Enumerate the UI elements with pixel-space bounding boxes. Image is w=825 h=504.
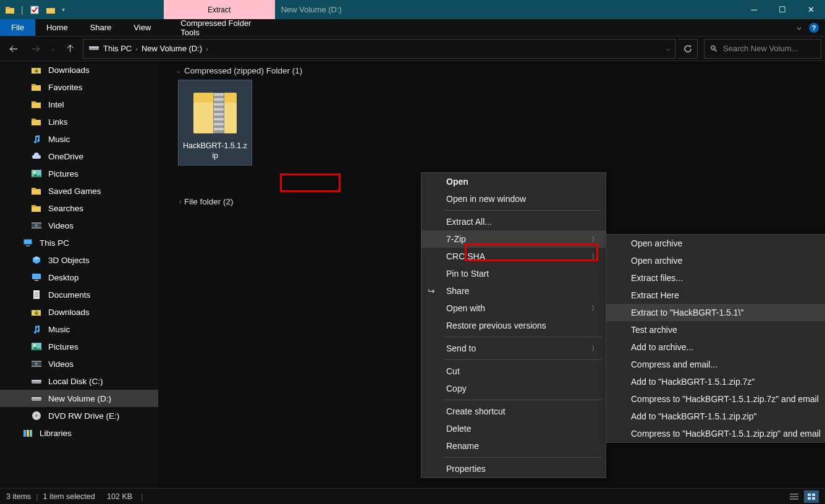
menu-item[interactable]: Restore previous versions bbox=[421, 317, 606, 334]
close-button[interactable]: ✕ bbox=[797, 0, 825, 19]
large-icons-view-button[interactable] bbox=[804, 490, 819, 503]
menu-item[interactable]: Copy bbox=[421, 380, 606, 397]
breadcrumb-current[interactable]: New Volume (D:) bbox=[142, 44, 202, 53]
menu-item[interactable]: 7-Zip〉 bbox=[421, 230, 606, 248]
sidebar-item[interactable]: Libraries bbox=[0, 424, 158, 442]
svg-rect-12 bbox=[32, 119, 36, 120]
menu-item[interactable]: Extract All... bbox=[421, 213, 606, 230]
menu-item-label: Rename bbox=[446, 441, 479, 451]
ribbon-expand-icon[interactable]: ⌵ bbox=[797, 23, 802, 32]
refresh-button[interactable] bbox=[678, 39, 698, 59]
explorer-icon bbox=[5, 5, 15, 15]
sidebar-item[interactable]: Downloads bbox=[0, 303, 158, 321]
menu-item[interactable]: Compress to "HackBGRT-1.5.1.zip.7z" and … bbox=[606, 390, 825, 408]
sidebar-item[interactable]: Music bbox=[0, 130, 158, 148]
content-area[interactable]: ⌵ Compressed (zipped) Folder (1) HackBGR… bbox=[158, 61, 825, 488]
new-folder-icon[interactable] bbox=[46, 5, 56, 15]
status-bar: 3 items | 1 item selected 102 KB | bbox=[0, 488, 825, 504]
sidebar-item-label: Saved Games bbox=[48, 187, 101, 196]
details-view-button[interactable] bbox=[787, 490, 802, 503]
sidebar-item[interactable]: Music bbox=[0, 321, 158, 338]
sidebar-item[interactable]: Videos bbox=[0, 217, 158, 234]
pc-icon bbox=[22, 237, 33, 248]
sidebar-item[interactable]: OneDrive bbox=[0, 148, 158, 165]
menu-item[interactable]: Test archive bbox=[606, 321, 825, 338]
up-button[interactable]: 🡡 bbox=[61, 39, 80, 59]
sidebar-item[interactable]: Favorites bbox=[0, 78, 158, 96]
tab-view[interactable]: View bbox=[122, 19, 162, 36]
menu-separator bbox=[444, 400, 602, 400]
svg-rect-26 bbox=[35, 280, 38, 281]
group-header-file-folder[interactable]: ⌵ File folder (2) bbox=[158, 192, 234, 210]
search-input[interactable] bbox=[723, 44, 816, 53]
tab-compressed-folder-tools[interactable]: Compressed Folder Tools bbox=[169, 19, 281, 36]
menu-item[interactable]: ↪Share bbox=[421, 282, 606, 300]
back-button[interactable]: 🡠 bbox=[4, 39, 23, 59]
menu-item[interactable]: Pin to Start bbox=[421, 265, 606, 282]
menu-item[interactable]: Add to archive... bbox=[606, 338, 825, 356]
menu-item[interactable]: CRC SHA〉 bbox=[421, 248, 606, 265]
menu-item[interactable]: Cut bbox=[421, 363, 606, 380]
menu-item[interactable]: Properties bbox=[421, 460, 606, 477]
menu-item[interactable]: Add to "HackBGRT-1.5.1.zip.zip" bbox=[606, 408, 825, 425]
menu-item[interactable]: Compress and email... bbox=[606, 356, 825, 373]
breadcrumb-separator-icon[interactable]: › bbox=[135, 45, 138, 52]
sidebar-item-label: Favorites bbox=[48, 83, 83, 92]
recent-locations-dropdown[interactable]: ⌵ bbox=[48, 39, 58, 59]
breadcrumb-this-pc[interactable]: This PC bbox=[103, 44, 132, 53]
sidebar-item[interactable]: Local Disk (C:) bbox=[0, 372, 158, 390]
sidebar-item[interactable]: DVD RW Drive (E:) bbox=[0, 407, 158, 424]
file-tab[interactable]: File bbox=[0, 19, 35, 36]
search-box[interactable]: 🔍︎ bbox=[704, 39, 821, 59]
menu-item[interactable]: Open in new window bbox=[421, 190, 606, 208]
navigation-pane[interactable]: DownloadsFavoritesIntelLinksMusicOneDriv… bbox=[0, 61, 158, 488]
sidebar-item[interactable]: This PC bbox=[0, 234, 158, 251]
window-title: New Volume (D:) bbox=[275, 0, 740, 19]
forward-button[interactable]: 🡢 bbox=[26, 39, 46, 59]
menu-item[interactable]: Add to "HackBGRT-1.5.1.zip.7z" bbox=[606, 373, 825, 390]
properties-icon[interactable] bbox=[30, 5, 40, 15]
maximize-button[interactable]: ☐ bbox=[768, 0, 797, 19]
sidebar-item[interactable]: Searches bbox=[0, 200, 158, 217]
sidebar-item[interactable]: Desktop bbox=[0, 269, 158, 286]
sidebar-item[interactable]: Documents bbox=[0, 286, 158, 303]
sidebar-item[interactable]: Pictures bbox=[0, 338, 158, 355]
sidebar-item[interactable]: Saved Games bbox=[0, 182, 158, 200]
menu-item[interactable]: Compress to "HackBGRT-1.5.1.zip.zip" and… bbox=[606, 425, 825, 442]
menu-item-label: Extract All... bbox=[446, 217, 492, 227]
menu-item[interactable]: Create shortcut bbox=[421, 403, 606, 420]
menu-item[interactable]: Rename bbox=[421, 437, 606, 455]
menu-item[interactable]: Open bbox=[421, 173, 606, 190]
breadcrumb-separator-icon[interactable]: › bbox=[206, 45, 208, 52]
sidebar-item[interactable]: Links bbox=[0, 113, 158, 130]
svg-rect-44 bbox=[27, 430, 29, 437]
status-selection: 1 item selected bbox=[43, 492, 95, 501]
sidebar-item[interactable]: Videos bbox=[0, 355, 158, 372]
sidebar-item[interactable]: New Volume (D:) bbox=[0, 390, 158, 407]
address-dropdown-icon[interactable]: ⌵ bbox=[666, 45, 670, 52]
menu-item[interactable]: Extract files... bbox=[606, 269, 825, 287]
minimize-button[interactable]: ─ bbox=[740, 0, 768, 19]
tab-share[interactable]: Share bbox=[79, 19, 123, 36]
sidebar-item[interactable]: Intel bbox=[0, 96, 158, 113]
chevron-down-icon[interactable]: ⌵ bbox=[177, 67, 180, 74]
sidebar-item[interactable]: Downloads bbox=[0, 61, 158, 78]
sidebar-item[interactable]: 3D Objects bbox=[0, 251, 158, 269]
chevron-right-icon[interactable]: ⌵ bbox=[176, 200, 182, 204]
svg-rect-5 bbox=[89, 46, 99, 48]
menu-item[interactable]: Extract Here bbox=[606, 287, 825, 304]
menu-item[interactable]: Delete bbox=[421, 420, 606, 437]
svg-rect-25 bbox=[32, 274, 41, 279]
address-bar[interactable]: This PC › New Volume (D:) › ⌵ bbox=[83, 39, 675, 59]
menu-item[interactable]: Open with〉 bbox=[421, 300, 606, 317]
file-item-zip[interactable]: HackBGRT-1.5.1.zip bbox=[178, 80, 252, 166]
menu-item[interactable]: Send to〉 bbox=[421, 340, 606, 357]
tab-home[interactable]: Home bbox=[35, 19, 79, 36]
menu-item[interactable]: Extract to "HackBGRT-1.5.1\" bbox=[606, 304, 825, 321]
pictures-icon bbox=[31, 341, 42, 352]
group-header-compressed[interactable]: ⌵ Compressed (zipped) Folder (1) bbox=[158, 61, 825, 79]
sidebar-item[interactable]: Pictures bbox=[0, 165, 158, 182]
menu-item[interactable]: Open archive bbox=[606, 235, 825, 252]
menu-item[interactable]: Open archive〉 bbox=[606, 252, 825, 269]
help-icon[interactable]: ? bbox=[809, 23, 819, 33]
